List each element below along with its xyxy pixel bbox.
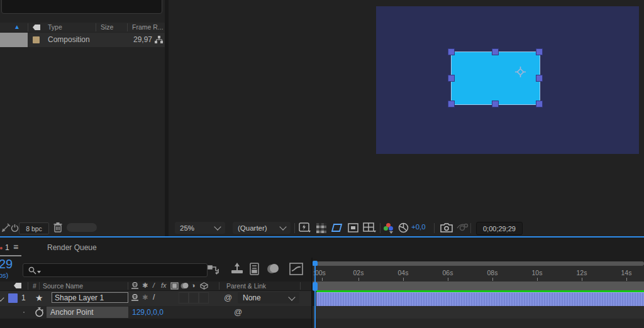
selection-handle[interactable] <box>492 101 498 107</box>
property-value[interactable]: 129,0,0,0 <box>132 308 164 317</box>
bit-depth-button[interactable]: 8 bpc <box>19 222 49 234</box>
selection-handle[interactable] <box>448 101 454 107</box>
property-name-highlight[interactable]: Anchor Point <box>47 307 128 318</box>
column-divider <box>127 23 128 31</box>
quality-switch-icon: / <box>152 282 155 289</box>
property-pickwhip-icon[interactable]: @ <box>234 307 242 317</box>
flowchart-icon <box>155 36 164 44</box>
tab-composition[interactable]: 1 <box>5 243 9 252</box>
trash-icon[interactable] <box>53 222 62 232</box>
row-separator <box>0 319 311 319</box>
time-ruler[interactable]: :00s 02s 04s 06s 08s 10s 12s 14s <box>313 266 644 282</box>
frame-blending-icon[interactable] <box>267 263 280 275</box>
cube-3d-switch-icon <box>200 282 208 290</box>
item-thumbnail <box>0 33 28 47</box>
exposure-value[interactable]: +0,0 <box>411 223 426 231</box>
power-icon[interactable] <box>11 224 19 232</box>
switch-cell[interactable] <box>179 292 189 303</box>
switch-cell[interactable] <box>189 292 199 303</box>
shy-switch-icon <box>131 282 139 290</box>
mask-visibility-icon[interactable] <box>331 223 343 232</box>
column-divider <box>39 282 40 290</box>
shy-toggle-icon[interactable] <box>131 294 139 302</box>
layer-name-field[interactable]: Shape Layer 1 <box>52 292 128 303</box>
show-snapshot-icon[interactable] <box>457 223 469 232</box>
grid-guide-options-icon[interactable] <box>363 222 377 233</box>
column-size[interactable]: Size <box>101 23 113 31</box>
project-item-row[interactable]: Composition 29,97 <box>0 33 165 47</box>
resolution-dropdown[interactable]: (Quarter) <box>233 222 291 234</box>
ruler-label: 08s <box>480 269 505 276</box>
current-time-indicator-head[interactable] <box>313 282 318 291</box>
selection-handle[interactable] <box>492 49 498 55</box>
parent-dropdown[interactable]: None <box>238 292 299 303</box>
empty-track-band <box>313 319 644 328</box>
viewer-timecode[interactable]: 0;00;29;29 <box>476 222 523 235</box>
draft-3d-icon[interactable] <box>230 263 244 275</box>
composition-mini-flowchart-icon[interactable] <box>208 264 221 275</box>
composition-canvas[interactable] <box>376 6 639 154</box>
column-parent-link: Parent & Link <box>226 282 266 290</box>
timeline-search-input[interactable] <box>23 263 208 277</box>
stopwatch-icon[interactable] <box>35 307 44 317</box>
snapshot-camera-icon[interactable] <box>440 223 453 232</box>
chevron-down-icon <box>288 293 295 300</box>
column-divider <box>28 23 28 31</box>
property-track-band <box>313 306 644 319</box>
anchor-point-icon[interactable] <box>515 67 526 77</box>
shape-layer-rectangle[interactable] <box>452 52 540 104</box>
search-options-chevron-icon[interactable] <box>37 271 41 273</box>
tag-icon <box>14 283 21 288</box>
project-scrollbar-thumb[interactable] <box>67 223 97 232</box>
item-name[interactable]: Composition <box>48 35 90 44</box>
column-type[interactable]: Type <box>48 23 62 31</box>
parent-pickwhip-icon[interactable]: @ <box>224 293 232 302</box>
selection-handle[interactable] <box>536 75 542 81</box>
collapse-switch-icon: ✱ <box>142 282 148 290</box>
transparency-grid-icon[interactable] <box>316 223 326 233</box>
chevron-down-icon <box>279 223 286 230</box>
selection-handle[interactable] <box>448 49 454 55</box>
fast-previews-icon[interactable] <box>299 222 311 233</box>
selection-handle[interactable] <box>536 101 542 107</box>
toolbar-divider <box>294 223 295 233</box>
search-icon <box>28 266 36 275</box>
selection-handle[interactable] <box>448 75 454 81</box>
ruler-label: 14s <box>614 269 639 276</box>
toolbar-divider <box>434 223 435 233</box>
project-search-input[interactable] <box>1 0 162 14</box>
exposure-icon[interactable] <box>398 222 409 233</box>
switch-cell[interactable] <box>199 292 209 303</box>
property-row[interactable]: Anchor Point 129,0,0,0 @ <box>0 306 311 319</box>
blend-circles-switch-icon <box>180 282 189 290</box>
layer-row[interactable]: 1 ★ Shape Layer 1 ✱ / @ None <box>0 291 311 306</box>
channel-icon[interactable] <box>384 223 395 233</box>
tab-render-queue[interactable]: Render Queue <box>47 243 97 252</box>
panel-menu-icon[interactable]: ≡ <box>13 242 18 252</box>
shy-layers-icon[interactable] <box>249 263 260 275</box>
collapse-toggle-icon[interactable]: ✱ <box>142 293 148 302</box>
column-frame-rate[interactable]: Frame R... <box>132 23 164 31</box>
layer-color-swatch[interactable] <box>8 293 18 303</box>
selection-handle[interactable] <box>536 49 542 55</box>
magnification-dropdown[interactable]: 25% <box>175 222 225 234</box>
fx-switch-icon: fx <box>161 282 167 289</box>
layer-index: 1 <box>21 293 26 302</box>
column-divider <box>219 282 219 290</box>
quality-toggle-icon[interactable]: / <box>153 293 155 302</box>
current-time-display[interactable]: 29 <box>0 257 13 271</box>
column-source-name: Source Name <box>43 282 83 290</box>
ruler-label: 02s <box>346 269 371 276</box>
graph-editor-icon[interactable] <box>289 263 303 275</box>
layer-column-header: # Source Name ✱ / fx <box>0 282 311 291</box>
sort-ascending-icon[interactable]: ▲ <box>14 23 20 30</box>
time-navigator-bar[interactable] <box>317 261 644 266</box>
ruler-label: 06s <box>435 269 460 276</box>
twirl-open-icon[interactable] <box>0 294 4 301</box>
ruler-label: 10s <box>525 269 550 276</box>
layer-duration-bar[interactable] <box>316 292 644 307</box>
ruler-label: 04s <box>391 269 416 276</box>
region-of-interest-icon[interactable] <box>348 223 358 232</box>
current-time-indicator-line[interactable] <box>314 266 316 328</box>
viewer-toolbar: 25% (Quarter) <box>169 221 644 236</box>
